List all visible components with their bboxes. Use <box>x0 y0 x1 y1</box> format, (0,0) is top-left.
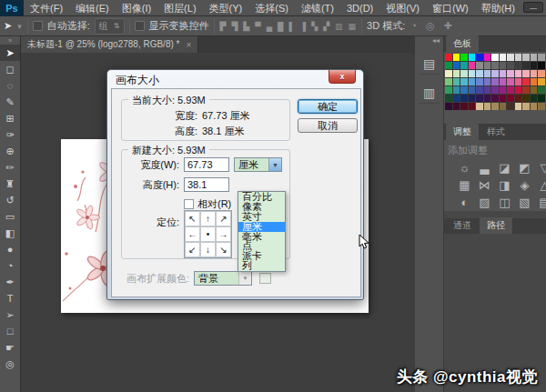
color-swatch[interactable] <box>453 103 460 110</box>
color-swatch[interactable] <box>500 54 507 61</box>
anchor-cell[interactable]: • <box>200 226 216 242</box>
color-swatch[interactable] <box>460 78 468 85</box>
menu-item[interactable]: 选择(S) <box>248 0 295 16</box>
tool-quick-select[interactable]: ✎ <box>0 94 20 110</box>
unit-option[interactable]: 列 <box>238 261 285 271</box>
tool-history-brush[interactable]: ↺ <box>0 192 20 208</box>
color-swatch[interactable] <box>522 86 530 94</box>
color-swatch[interactable] <box>522 95 530 102</box>
tool-eyedropper[interactable]: ✑ <box>0 126 20 143</box>
color-swatch[interactable] <box>476 95 483 102</box>
auto-select-dropdown[interactable]: 组 ⇅ <box>95 18 125 35</box>
color-swatch[interactable] <box>531 70 538 77</box>
color-swatch[interactable] <box>491 95 499 102</box>
menu-item[interactable]: 图像(I) <box>116 0 157 16</box>
color-swatch[interactable] <box>531 78 538 85</box>
color-swatch[interactable] <box>469 103 476 110</box>
anchor-cell[interactable]: ↘ <box>216 242 231 257</box>
color-swatch[interactable] <box>515 78 522 85</box>
adjustment-icon[interactable]: ▽ <box>538 161 546 175</box>
color-swatch[interactable] <box>522 70 530 77</box>
ok-button[interactable]: 确定 <box>298 99 358 114</box>
color-swatch[interactable] <box>538 54 545 61</box>
color-swatch[interactable] <box>538 86 545 94</box>
adjustment-icon[interactable]: ▦ <box>458 178 471 192</box>
align-icon[interactable]: ▛ <box>219 22 228 31</box>
color-swatch[interactable] <box>476 62 483 69</box>
color-swatch[interactable] <box>491 54 499 61</box>
menu-item[interactable]: 窗口(W) <box>426 0 475 16</box>
adjustment-icon[interactable]: ⋈ <box>478 178 491 192</box>
color-swatch[interactable] <box>445 86 452 94</box>
color-swatch[interactable] <box>453 54 460 61</box>
tab-adjustments[interactable]: 调整 <box>446 124 479 140</box>
color-swatch[interactable] <box>500 62 507 69</box>
color-swatch[interactable] <box>445 54 452 61</box>
color-swatch[interactable] <box>476 70 483 77</box>
align-icon[interactable]: ▞ <box>322 22 330 31</box>
color-swatch[interactable] <box>460 95 468 102</box>
align-icon[interactable]: █ <box>277 22 284 31</box>
color-swatch[interactable] <box>484 70 491 77</box>
align-icon[interactable]: ▚ <box>310 22 318 31</box>
color-swatch[interactable] <box>460 70 468 77</box>
menu-item[interactable]: 图层(L) <box>157 0 202 16</box>
color-swatch[interactable] <box>522 78 530 85</box>
tool-move[interactable]: ➤ <box>0 45 20 61</box>
tool-preset-dropdown-icon[interactable]: ▾ <box>16 22 23 31</box>
color-swatch[interactable] <box>515 54 522 61</box>
tool-hand[interactable]: ☛ <box>0 339 20 356</box>
color-swatch[interactable] <box>500 86 507 94</box>
color-swatch[interactable] <box>484 95 491 102</box>
adjustment-icon[interactable]: △ <box>538 178 546 192</box>
color-swatch[interactable] <box>531 62 538 69</box>
color-swatch[interactable] <box>538 103 545 110</box>
color-swatch[interactable] <box>484 54 491 61</box>
tool-eraser[interactable]: ▭ <box>0 208 20 225</box>
tools-collapse-icon[interactable]: » <box>0 36 20 45</box>
color-swatch[interactable] <box>460 54 468 61</box>
menu-item[interactable]: 编辑(E) <box>69 0 116 16</box>
color-swatch[interactable] <box>515 95 522 102</box>
cancel-button[interactable]: 取消 <box>298 118 358 133</box>
color-swatch[interactable] <box>500 103 507 110</box>
anchor-cell[interactable]: ↖ <box>185 211 200 226</box>
anchor-cell[interactable]: ↓ <box>200 242 216 257</box>
unit-option[interactable]: 厘米 <box>238 222 285 232</box>
threed-mode-icon[interactable]: ◔ <box>410 20 418 32</box>
color-swatch[interactable] <box>453 70 460 77</box>
color-swatch[interactable] <box>453 86 460 94</box>
color-swatch[interactable] <box>515 103 522 110</box>
color-swatch[interactable] <box>515 62 522 69</box>
adjustment-icon[interactable]: ☼ <box>458 161 471 175</box>
color-swatch[interactable] <box>515 70 522 77</box>
color-swatch[interactable] <box>538 78 545 85</box>
tool-crop[interactable]: ⊞ <box>0 110 20 126</box>
color-swatch[interactable] <box>531 95 538 102</box>
color-swatch[interactable] <box>469 54 476 61</box>
color-swatch[interactable] <box>469 78 476 85</box>
adjustment-icon[interactable]: ◩ <box>518 161 531 175</box>
align-icon[interactable]: ▀ <box>254 22 261 31</box>
align-icon[interactable]: ▌ <box>288 22 295 31</box>
adjustment-icon[interactable]: ▤ <box>538 196 546 209</box>
color-swatch[interactable] <box>453 95 460 102</box>
channel-path-tab[interactable]: 路径 <box>480 217 512 234</box>
color-swatch[interactable] <box>538 70 545 77</box>
color-swatch[interactable] <box>484 62 491 69</box>
menu-item[interactable]: 3D(D) <box>340 0 379 16</box>
color-swatch[interactable] <box>507 70 514 77</box>
menu-item[interactable]: 类型(Y) <box>203 0 249 16</box>
adjustment-icon[interactable]: ◫ <box>498 196 511 209</box>
color-swatch[interactable] <box>491 62 499 69</box>
color-swatch[interactable] <box>491 86 499 94</box>
tool-path-select[interactable]: ➢ <box>0 307 20 323</box>
color-swatch[interactable] <box>445 95 452 102</box>
align-icon[interactable]: ▜ <box>230 22 238 31</box>
extend-color-swatch[interactable] <box>259 273 271 284</box>
tool-shape[interactable]: □ <box>0 323 20 339</box>
adjustment-icon[interactable]: ▧ <box>518 196 531 209</box>
color-swatch[interactable] <box>476 86 483 94</box>
color-swatch[interactable] <box>500 70 507 77</box>
show-transform-checkbox[interactable] <box>135 21 145 31</box>
